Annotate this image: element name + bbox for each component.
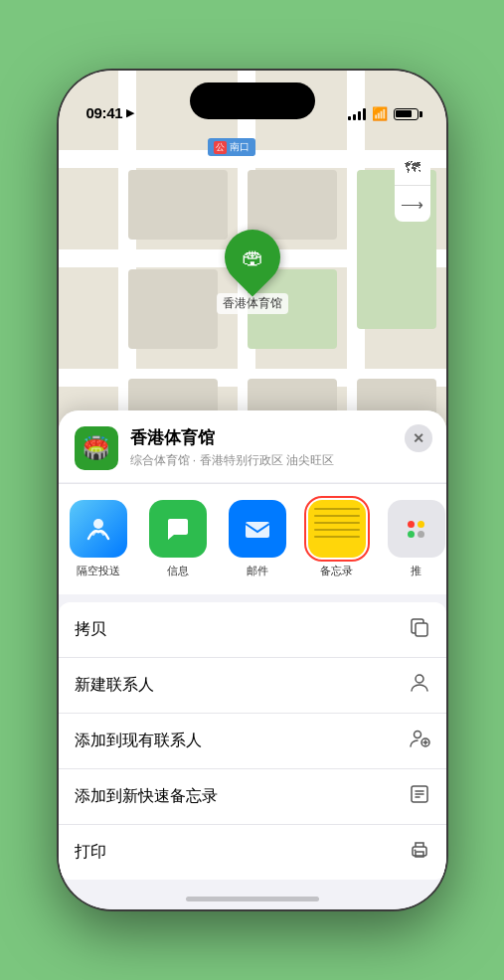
mail-label: 邮件 [247, 564, 268, 578]
note-icon [409, 783, 430, 810]
location-icon: ▶ [126, 106, 134, 119]
action-new-contact-text: 新建联系人 [75, 675, 154, 696]
home-area [59, 880, 446, 909]
action-new-contact[interactable]: 新建联系人 [59, 658, 446, 714]
person-add-icon [409, 728, 430, 754]
mail-icon [229, 500, 286, 558]
map-controls: 🗺 ⟶ [395, 150, 430, 222]
close-button[interactable]: ✕ [405, 424, 432, 452]
svg-point-9 [414, 850, 416, 852]
svg-rect-1 [246, 522, 269, 538]
location-subtitle: 综合体育馆 · 香港特别行政区 油尖旺区 [130, 452, 430, 469]
location-button[interactable]: ⟶ [395, 186, 430, 222]
map-station-label: 公 南口 [208, 138, 255, 156]
action-copy-text: 拷贝 [75, 619, 106, 640]
location-venue-icon: 🏟️ [75, 426, 118, 470]
more-icon [388, 500, 445, 558]
action-add-quick-note[interactable]: 添加到新快速备忘录 [59, 769, 446, 825]
svg-point-4 [414, 732, 420, 738]
action-add-quick-note-text: 添加到新快速备忘录 [75, 786, 218, 807]
location-header: 🏟️ 香港体育馆 综合体育馆 · 香港特别行政区 油尖旺区 ✕ [59, 410, 446, 482]
action-copy[interactable]: 拷贝 [59, 602, 446, 658]
share-more[interactable]: 推 [377, 500, 446, 578]
notes-icon [308, 500, 366, 558]
action-add-existing-contact[interactable]: 添加到现有联系人 [59, 714, 446, 769]
print-icon [409, 839, 430, 866]
share-notes[interactable]: 备忘录 [297, 500, 377, 578]
action-add-existing-text: 添加到现有联系人 [75, 731, 202, 751]
location-info: 香港体育馆 综合体育馆 · 香港特别行政区 油尖旺区 [130, 426, 430, 469]
svg-rect-2 [416, 623, 427, 636]
share-airdrop[interactable]: 隔空投送 [59, 500, 138, 578]
status-time: 09:41 [86, 104, 123, 121]
more-label: 推 [411, 564, 421, 578]
airdrop-label: 隔空投送 [77, 564, 120, 578]
signal-bars [348, 108, 366, 120]
location-name: 香港体育馆 [130, 426, 430, 449]
wifi-icon: 📶 [372, 106, 388, 121]
notes-label: 备忘录 [320, 564, 353, 578]
action-list: 拷贝 新建联系人 [59, 602, 446, 880]
messages-label: 信息 [167, 564, 189, 578]
action-print-text: 打印 [75, 842, 106, 863]
person-icon [409, 672, 430, 699]
stadium-marker: 🏟 香港体育馆 [217, 230, 288, 314]
status-icons: 📶 [348, 106, 419, 121]
svg-point-3 [416, 675, 423, 683]
action-print[interactable]: 打印 [59, 825, 446, 880]
share-mail[interactable]: 邮件 [218, 500, 297, 578]
copy-icon [409, 616, 430, 643]
phone-frame: 09:41 ▶ 📶 [59, 71, 446, 909]
share-row: 隔空投送 信息 [59, 483, 446, 594]
messages-icon [149, 500, 207, 558]
svg-point-0 [93, 519, 103, 529]
home-indicator [186, 897, 319, 901]
svg-rect-8 [416, 852, 423, 857]
airdrop-icon [70, 500, 127, 558]
battery-icon [394, 108, 419, 120]
bottom-sheet: 🏟️ 香港体育馆 综合体育馆 · 香港特别行政区 油尖旺区 ✕ [59, 410, 446, 909]
share-messages[interactable]: 信息 [138, 500, 218, 578]
dynamic-island [190, 82, 315, 119]
map-type-button[interactable]: 🗺 [395, 150, 430, 186]
